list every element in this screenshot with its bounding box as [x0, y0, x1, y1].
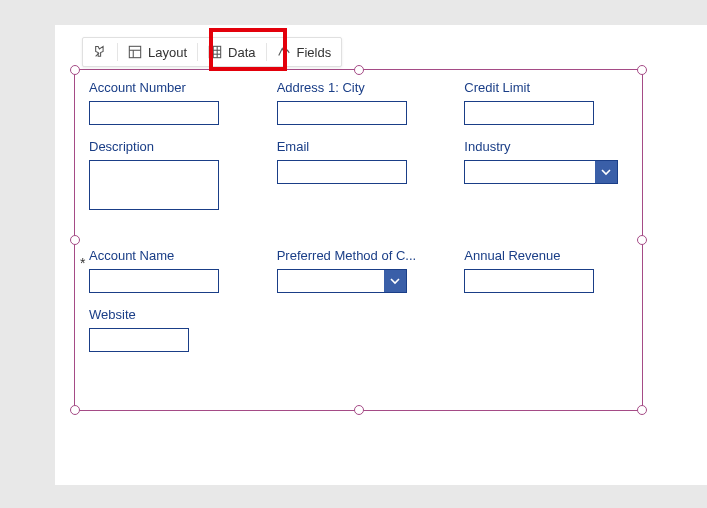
form-toolbar: Layout Data Fields [82, 37, 342, 67]
field-label: Industry [464, 139, 628, 154]
text-input[interactable] [89, 101, 219, 125]
chevron-down-icon [384, 270, 406, 292]
form-fields-grid: Account Number Address 1: City Credit Li… [89, 80, 628, 400]
pin-icon [93, 45, 107, 59]
data-tab[interactable]: Data [198, 38, 265, 66]
resize-handle[interactable] [354, 405, 364, 415]
field-address1-city[interactable]: Address 1: City [277, 80, 441, 125]
required-marker: * [80, 255, 85, 271]
svg-rect-4 [209, 46, 220, 57]
field-description[interactable]: Description [89, 139, 253, 210]
text-input[interactable] [277, 160, 407, 184]
layout-tab[interactable]: Layout [118, 38, 197, 66]
data-icon [208, 45, 222, 59]
resize-handle[interactable] [637, 65, 647, 75]
field-credit-limit[interactable]: Credit Limit [464, 80, 628, 125]
field-preferred-method[interactable]: Preferred Method of C... [277, 248, 441, 293]
layout-tab-label: Layout [148, 45, 187, 60]
field-website[interactable]: Website [89, 307, 253, 352]
textarea-input[interactable] [89, 160, 219, 210]
field-label: Annual Revenue [464, 248, 628, 263]
select-input[interactable] [464, 160, 618, 184]
field-label: Website [89, 307, 253, 322]
resize-handle[interactable] [70, 405, 80, 415]
select-input[interactable] [277, 269, 407, 293]
data-tab-label: Data [228, 45, 255, 60]
text-input[interactable] [89, 269, 219, 293]
field-label: Preferred Method of C... [277, 248, 441, 263]
field-label: Address 1: City [277, 80, 441, 95]
field-industry[interactable]: Industry [464, 139, 628, 210]
resize-handle[interactable] [70, 235, 80, 245]
field-label: Account Number [89, 80, 253, 95]
chevron-down-icon [595, 161, 617, 183]
resize-handle[interactable] [70, 65, 80, 75]
field-annual-revenue[interactable]: Annual Revenue [464, 248, 628, 293]
field-account-number[interactable]: Account Number [89, 80, 253, 125]
fields-icon [277, 45, 291, 59]
empty-cell [464, 307, 628, 352]
field-email[interactable]: Email [277, 139, 441, 210]
empty-cell [277, 307, 441, 352]
text-input[interactable] [464, 101, 594, 125]
text-input[interactable] [89, 328, 189, 352]
field-account-name[interactable]: Account Name [89, 248, 253, 293]
form-section-selected[interactable]: Account Number Address 1: City Credit Li… [74, 69, 643, 411]
fields-tab-label: Fields [297, 45, 332, 60]
fields-tab[interactable]: Fields [267, 38, 342, 66]
text-input[interactable] [277, 101, 407, 125]
layout-icon [128, 45, 142, 59]
spacer [89, 224, 628, 234]
resize-handle[interactable] [354, 65, 364, 75]
text-input[interactable] [464, 269, 594, 293]
svg-rect-1 [129, 46, 140, 57]
resize-handle[interactable] [637, 235, 647, 245]
field-label: Credit Limit [464, 80, 628, 95]
field-label: Account Name [89, 248, 253, 263]
field-label: Email [277, 139, 441, 154]
pin-button[interactable] [83, 38, 117, 66]
resize-handle[interactable] [637, 405, 647, 415]
field-label: Description [89, 139, 253, 154]
